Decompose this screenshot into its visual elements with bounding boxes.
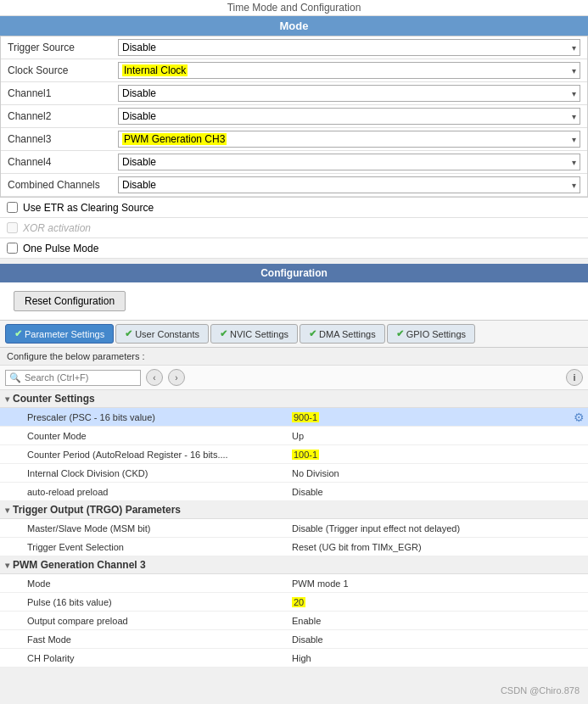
search-row: 🔍 ‹ › i: [0, 366, 588, 390]
group-label: Trigger Output (TRGO) Parameters: [13, 504, 181, 516]
tab-gpio-settings[interactable]: ✔GPIO Settings: [387, 324, 475, 344]
reset-config-button[interactable]: Reset Configuration: [14, 291, 126, 311]
group-header[interactable]: ▾Counter Settings: [0, 390, 588, 408]
mode-row: Clock SourceInternal Clock▾: [1, 59, 587, 82]
tab-check-icon: ✔: [309, 328, 316, 339]
page-title: Time Mode and Configuration: [0, 0, 588, 16]
info-button[interactable]: i: [566, 369, 583, 386]
group-header[interactable]: ▾Trigger Output (TRGO) Parameters: [0, 501, 588, 519]
tab-check-icon: ✔: [14, 328, 22, 339]
dropdown-arrow-icon: ▾: [572, 112, 576, 121]
tab-label: DMA Settings: [319, 329, 376, 339]
param-row[interactable]: Output compare preloadEnable: [0, 612, 588, 630]
search-input[interactable]: [25, 372, 137, 383]
dropdown-arrow-icon: ▾: [572, 181, 576, 190]
param-row[interactable]: Prescaler (PSC - 16 bits value)900-1⚙: [0, 408, 588, 427]
mode-row-select[interactable]: Disable▾: [118, 108, 580, 125]
param-value: Reset (UG bit from TIMx_EGR): [288, 540, 588, 554]
mode-row-label: Channel2: [8, 110, 118, 122]
checkbox-input[interactable]: [7, 222, 18, 233]
tab-label: Parameter Settings: [25, 329, 104, 339]
tab-user-constants[interactable]: ✔User Constants: [115, 324, 209, 344]
param-value: No Division: [288, 467, 588, 480]
param-value: 100-1: [288, 448, 588, 461]
param-name: Counter Mode: [0, 429, 288, 443]
checkbox-input[interactable]: [7, 243, 18, 254]
nav-prev-button[interactable]: ‹: [146, 369, 163, 386]
mode-row-label: Channel4: [8, 156, 118, 168]
mode-row: Channel4Disable▾: [1, 151, 587, 174]
tab-dma-settings[interactable]: ✔DMA Settings: [300, 324, 385, 344]
param-row[interactable]: CH PolarityHigh: [0, 649, 588, 668]
param-row[interactable]: Counter Period (AutoReload Register - 16…: [0, 445, 588, 464]
checkbox-input[interactable]: [7, 202, 18, 213]
param-value: Disable: [288, 485, 588, 499]
checkbox-row: XOR activation: [0, 218, 588, 238]
mode-row-select[interactable]: Internal Clock▾: [118, 62, 580, 79]
checkbox-row: One Pulse Mode: [0, 238, 588, 259]
param-name: Prescaler (PSC - 16 bits value): [0, 411, 288, 424]
tab-check-icon: ✔: [220, 328, 227, 339]
param-name: Pulse (16 bits value): [0, 595, 288, 609]
mode-row-label: Channel3: [8, 133, 118, 145]
tab-parameter-settings[interactable]: ✔Parameter Settings: [5, 324, 114, 344]
mode-row-select[interactable]: Disable▾: [118, 85, 580, 102]
param-name: Output compare preload: [0, 614, 288, 628]
checkbox-row: Use ETR as Clearing Source: [0, 198, 588, 218]
group-header[interactable]: ▾PWM Generation Channel 3: [0, 556, 588, 574]
checkbox-label: One Pulse Mode: [23, 243, 98, 254]
param-value: Up: [288, 429, 588, 443]
checkbox-label: XOR activation: [23, 222, 91, 234]
nav-next-button[interactable]: ›: [168, 369, 185, 386]
param-name: Master/Slave Mode (MSM bit): [0, 522, 288, 535]
param-row[interactable]: auto-reload preloadDisable: [0, 483, 588, 501]
param-value: Disable (Trigger input effect not delaye…: [288, 522, 588, 535]
search-box[interactable]: 🔍: [5, 370, 141, 386]
param-name: Counter Period (AutoReload Register - 16…: [0, 448, 288, 461]
gear-icon[interactable]: ⚙: [574, 411, 585, 424]
mode-row-value: PWM Generation CH3: [122, 133, 227, 145]
dropdown-arrow-icon: ▾: [572, 89, 576, 98]
checkbox-label: Use ETR as Clearing Source: [23, 202, 154, 214]
dropdown-arrow-icon: ▾: [572, 43, 576, 53]
mode-row-value: Disable: [122, 179, 156, 191]
group-toggle-icon: ▾: [5, 506, 9, 515]
param-name: auto-reload preload: [0, 485, 288, 499]
tab-label: NVIC Settings: [230, 329, 288, 339]
param-row[interactable]: Internal Clock Division (CKD)No Division: [0, 464, 588, 483]
mode-row-value: Disable: [122, 42, 156, 53]
param-row[interactable]: Counter ModeUp: [0, 427, 588, 445]
tab-label: User Constants: [135, 329, 199, 339]
param-name: Trigger Event Selection: [0, 540, 288, 554]
param-row[interactable]: Master/Slave Mode (MSM bit)Disable (Trig…: [0, 519, 588, 538]
param-value: Enable: [288, 614, 588, 628]
param-name: Fast Mode: [0, 633, 288, 646]
mode-row-select[interactable]: Disable▾: [118, 176, 580, 193]
config-section-header: Configuration: [0, 264, 588, 282]
tab-check-icon: ✔: [396, 328, 404, 339]
mode-row-select[interactable]: Disable▾: [118, 39, 580, 56]
mode-row-label: Channel1: [8, 87, 118, 99]
dropdown-arrow-icon: ▾: [572, 66, 576, 75]
mode-row-label: Combined Channels: [8, 179, 118, 191]
tab-nvic-settings[interactable]: ✔NVIC Settings: [210, 324, 298, 344]
param-row[interactable]: Fast ModeDisable: [0, 630, 588, 649]
group-toggle-icon: ▾: [5, 394, 9, 404]
mode-section-header: Mode: [0, 16, 588, 36]
group-label: Counter Settings: [13, 393, 95, 405]
param-value: PWM mode 1: [288, 577, 588, 590]
param-value: 20: [288, 595, 588, 609]
mode-row: Channel3PWM Generation CH3▾: [1, 128, 587, 151]
search-icon: 🔍: [9, 372, 21, 383]
mode-row-select[interactable]: PWM Generation CH3▾: [118, 131, 580, 148]
params-table: ▾Counter SettingsPrescaler (PSC - 16 bit…: [0, 390, 588, 668]
param-row[interactable]: Trigger Event SelectionReset (UG bit fro…: [0, 538, 588, 556]
mode-row-select[interactable]: Disable▾: [118, 154, 580, 170]
group-label: PWM Generation Channel 3: [13, 559, 146, 571]
param-row[interactable]: Pulse (16 bits value)20: [0, 593, 588, 612]
param-row[interactable]: ModePWM mode 1: [0, 574, 588, 593]
param-value: Disable: [288, 633, 588, 646]
mode-row-value: Disable: [122, 156, 156, 168]
checkboxes-section: Use ETR as Clearing SourceXOR activation…: [0, 198, 588, 259]
configure-text: Configure the below parameters :: [0, 348, 588, 366]
